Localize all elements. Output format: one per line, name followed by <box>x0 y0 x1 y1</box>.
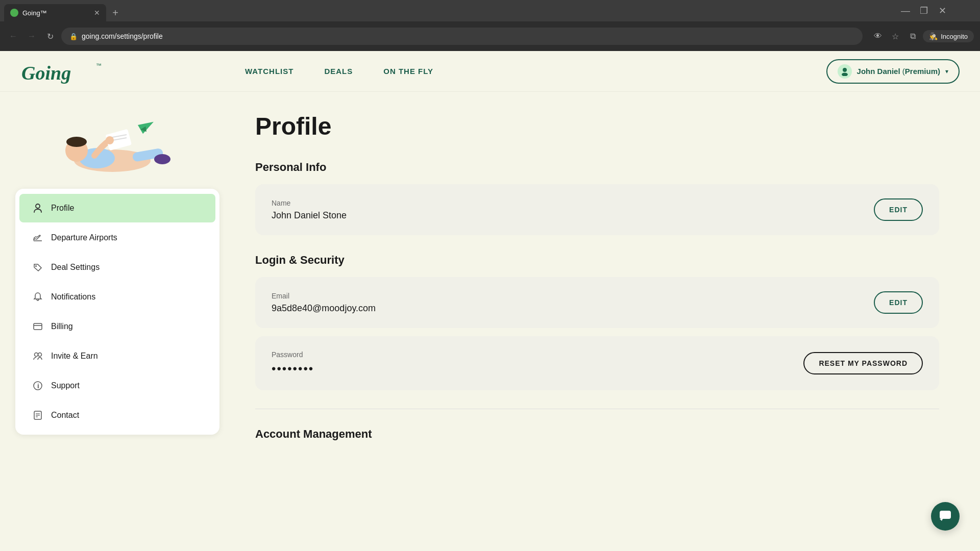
svg-point-15 <box>106 136 114 144</box>
email-value: 9a5d8e40@moodjoy.com <box>272 303 376 314</box>
restore-btn[interactable]: ❐ <box>917 4 931 18</box>
sidebar-item-contact[interactable]: Contact <box>19 401 215 430</box>
incognito-btn[interactable]: 🕵 Incognito <box>923 30 974 42</box>
lock-icon: 🔒 <box>69 33 78 40</box>
chat-icon <box>939 510 952 523</box>
browser-tab[interactable]: Going™ ✕ <box>4 4 106 21</box>
tab-title: Going™ <box>22 9 47 17</box>
nav-deals[interactable]: DEALS <box>324 67 353 76</box>
edit-email-button[interactable]: EDIT <box>874 291 923 314</box>
name-label: Name <box>272 199 347 207</box>
incognito-icon: 🕵 <box>929 32 938 40</box>
svg-rect-19 <box>34 323 42 330</box>
url-text: going.com/settings/profile <box>82 32 163 40</box>
svg-text:i: i <box>37 382 39 390</box>
main-content: Profile Departure Airports Deal Settings <box>0 92 980 551</box>
svg-rect-29 <box>940 511 951 519</box>
reset-password-button[interactable]: RESET MY PASSWORD <box>803 352 923 374</box>
logo-svg: Going ™ <box>20 58 102 85</box>
login-security-title: Login & Security <box>255 254 939 267</box>
page-title: Profile <box>255 112 939 140</box>
account-management-title: Account Management <box>255 428 939 441</box>
user-menu[interactable]: John Daniel (Premium) ▾ <box>826 59 960 84</box>
incognito-label: Incognito <box>941 33 968 40</box>
user-name: John Daniel (Premium) <box>857 67 940 76</box>
password-info: Password •••••••• <box>272 350 314 376</box>
sidebar-item-label-invite-earn: Invite & Earn <box>51 352 98 361</box>
name-card: Name John Daniel Stone EDIT <box>255 184 939 235</box>
svg-marker-13 <box>138 117 156 134</box>
sidebar-item-label-departure: Departure Airports <box>51 233 117 242</box>
personal-info-title: Personal Info <box>255 161 939 174</box>
edit-name-button[interactable]: EDIT <box>874 198 923 221</box>
new-tab-btn[interactable]: + <box>108 6 122 20</box>
tab-close-btn[interactable]: ✕ <box>94 9 100 17</box>
deal-settings-icon <box>32 261 44 273</box>
svg-point-6 <box>154 154 170 164</box>
sidebar-item-invite-earn[interactable]: Invite & Earn <box>19 342 215 370</box>
password-card: Password •••••••• RESET MY PASSWORD <box>255 336 939 390</box>
sidebar-item-support[interactable]: i Support <box>19 371 215 400</box>
back-btn[interactable]: ← <box>6 29 20 43</box>
departure-airports-icon <box>32 232 44 244</box>
nav-links: WATCHLIST DEALS ON THE FLY <box>245 67 433 76</box>
chevron-down-icon: ▾ <box>945 68 948 75</box>
notifications-icon <box>32 291 44 303</box>
nav-watchlist[interactable]: WATCHLIST <box>245 67 293 76</box>
svg-point-16 <box>36 204 40 208</box>
svg-point-21 <box>35 353 38 357</box>
sidebar-item-profile[interactable]: Profile <box>19 194 215 222</box>
email-card: Email 9a5d8e40@moodjoy.com EDIT <box>255 277 939 328</box>
svg-point-2 <box>843 68 847 72</box>
svg-point-3 <box>842 72 848 76</box>
billing-icon <box>32 320 44 333</box>
invite-earn-icon <box>32 350 44 362</box>
bookmark-icon[interactable]: ☆ <box>888 29 902 43</box>
address-bar[interactable]: 🔒 going.com/settings/profile <box>61 28 863 45</box>
sidebar: Profile Departure Airports Deal Settings <box>0 92 235 551</box>
sidebar-menu: Profile Departure Airports Deal Settings <box>15 189 219 435</box>
email-info: Email 9a5d8e40@moodjoy.com <box>272 292 376 314</box>
section-divider <box>255 409 939 409</box>
sidebar-item-notifications[interactable]: Notifications <box>19 283 215 311</box>
password-value: •••••••• <box>272 362 314 376</box>
name-value: John Daniel Stone <box>272 210 347 221</box>
svg-text:Going: Going <box>21 62 71 84</box>
sidebar-item-label-contact: Contact <box>51 411 79 420</box>
sidebar-illustration <box>31 102 184 184</box>
profile-content: Profile Personal Info Name John Daniel S… <box>235 92 980 551</box>
profile-icon <box>32 202 44 214</box>
tab-favicon <box>10 9 18 17</box>
top-nav: Going ™ WATCHLIST DEALS ON THE FLY John … <box>0 51 980 92</box>
sidebar-item-billing[interactable]: Billing <box>19 312 215 341</box>
svg-point-18 <box>35 265 37 267</box>
forward-btn[interactable]: → <box>24 29 39 43</box>
close-btn[interactable]: ✕ <box>935 4 949 18</box>
minimize-btn[interactable]: — <box>898 4 913 18</box>
nav-on-the-fly[interactable]: ON THE FLY <box>383 67 433 76</box>
sidebar-item-label-support: Support <box>51 381 80 390</box>
sidebar-item-deal-settings[interactable]: Deal Settings <box>19 253 215 282</box>
contact-icon <box>32 409 44 421</box>
sidebar-item-label-profile: Profile <box>51 204 74 213</box>
svg-point-9 <box>66 137 87 147</box>
name-info: Name John Daniel Stone <box>272 199 347 221</box>
eye-slash-icon: 👁 <box>871 29 885 43</box>
sidebar-item-label-billing: Billing <box>51 322 73 331</box>
logo[interactable]: Going ™ <box>20 58 102 85</box>
chat-button[interactable] <box>931 502 960 531</box>
sidebar-item-label-notifications: Notifications <box>51 292 95 302</box>
sidebar-item-departure-airports[interactable]: Departure Airports <box>19 223 215 252</box>
avatar <box>838 64 852 79</box>
support-icon: i <box>32 380 44 392</box>
svg-text:™: ™ <box>96 62 102 68</box>
email-label: Email <box>272 292 376 300</box>
reload-btn[interactable]: ↻ <box>43 29 57 43</box>
svg-point-22 <box>38 353 42 357</box>
sidebar-item-label-deal-settings: Deal Settings <box>51 263 100 272</box>
profile-switch-icon[interactable]: ⧉ <box>905 29 920 43</box>
person-illustration <box>31 102 174 184</box>
password-label: Password <box>272 350 314 359</box>
